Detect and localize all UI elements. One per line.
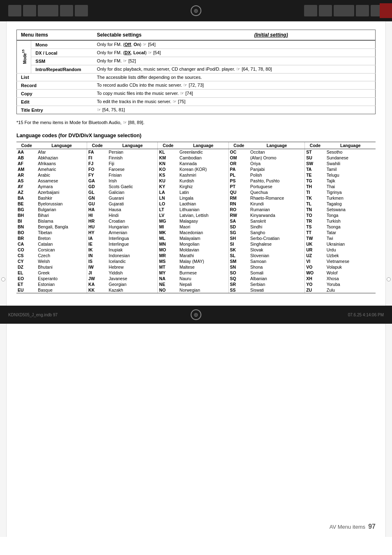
lang-name-cell: Frisian bbox=[108, 172, 158, 178]
header-block-5 bbox=[75, 5, 88, 16]
table-row-ssm: SSM Only for FM. ☞ [52] bbox=[17, 57, 376, 65]
lang-name-cell: Occitan bbox=[249, 149, 305, 155]
language-codes-table: Code Language Code Language Code Languag… bbox=[16, 142, 376, 293]
lang-name-cell: Telugu bbox=[325, 172, 376, 178]
lang-code-cell: RO bbox=[228, 207, 249, 212]
table-row-copy: Copy To copy music files into the music … bbox=[17, 90, 376, 98]
lang-code-cell: PT bbox=[228, 184, 249, 189]
lang-table-header-row: Code Language Code Language Code Languag… bbox=[16, 142, 376, 149]
settings-title-entry: ☞ [54, 75, 81] bbox=[93, 106, 376, 114]
lang-name-cell: Rumanian bbox=[249, 207, 305, 212]
lang-code-cell: TL bbox=[305, 201, 325, 207]
lang-code-cell: EU bbox=[16, 287, 37, 293]
settings-intro-repeat: Only for disc playback, music server, CD… bbox=[93, 65, 376, 74]
lang-name-cell: Kazakh bbox=[108, 287, 158, 293]
lang-table-row: CSCzechINIndonesianMRMarathiSLSlovenianU… bbox=[16, 253, 376, 258]
lang-name-cell: Ukrainian bbox=[325, 241, 376, 247]
table-row-list: List The accessible lists differ dependi… bbox=[17, 74, 376, 81]
lang-code-cell: MS bbox=[158, 258, 178, 264]
lang-code-cell: BA bbox=[16, 195, 37, 201]
lang-table-row: BOTibetanHYArmenianMKMacedonianSGSanghoT… bbox=[16, 230, 376, 235]
lang-table-row: ABAbkhazianFIFinnishKMCambodianOM(Afan) … bbox=[16, 155, 376, 161]
lang-name-cell: Kashmiri bbox=[178, 172, 228, 178]
lang-code-cell: OM bbox=[228, 155, 249, 161]
menu-item-copy: Copy bbox=[17, 90, 93, 98]
lang-name-cell: Hindi bbox=[108, 212, 158, 218]
lang-code-cell: LN bbox=[158, 195, 178, 201]
lang-name-cell: Malayalam bbox=[178, 235, 228, 241]
lang-code-cell: ZU bbox=[305, 287, 325, 293]
lang-name-cell: Greenlandic bbox=[178, 149, 228, 155]
header-right-accent bbox=[380, 3, 392, 18]
lang-name-cell: Bihari bbox=[37, 212, 87, 218]
lang-name-cell: Catalan bbox=[37, 241, 87, 247]
lang-name-cell: Tibetan bbox=[37, 230, 87, 235]
lang-name-cell: Gujarati bbox=[108, 201, 158, 207]
lang-name-cell: Ameharic bbox=[37, 166, 87, 172]
col-menu-header: Menu items bbox=[17, 30, 93, 41]
lang-name-cell: Croatian bbox=[108, 218, 158, 224]
lang-code-cell: KA bbox=[87, 281, 108, 287]
lang-code-cell: GL bbox=[87, 189, 108, 195]
lang-code-cell: CO bbox=[16, 247, 37, 253]
lang-code-cell: UZ bbox=[305, 253, 325, 258]
lang-name-cell: Oriya bbox=[249, 161, 305, 166]
lang-code-cell: SI bbox=[228, 241, 249, 247]
lang-code-cell: RM bbox=[228, 195, 249, 201]
lang-code-cell: TO bbox=[305, 212, 325, 218]
lang-name-cell: Bengali, Bangla bbox=[37, 224, 87, 230]
lang-name-cell: Breton bbox=[37, 235, 87, 241]
lang-code-cell: KK bbox=[87, 287, 108, 293]
settings-record: To record audio CDs into the music serve… bbox=[93, 81, 376, 90]
lang-code-cell: SW bbox=[305, 161, 325, 166]
settings-table: Menu items Selectable settings (Initial … bbox=[16, 30, 376, 114]
table-row-record: Record To record audio CDs into the musi… bbox=[17, 81, 376, 90]
lang-name-cell: Sesotho bbox=[325, 149, 376, 155]
lang-code-cell: TW bbox=[305, 235, 325, 241]
lang-code-cell: FI bbox=[87, 155, 108, 161]
lang-code-cell: BH bbox=[16, 212, 37, 218]
lang-name-cell: Tatar bbox=[325, 230, 376, 235]
lang-code-cell: AR bbox=[16, 172, 37, 178]
lang-code-cell: AF bbox=[16, 161, 37, 166]
compass-icon: ⊕ bbox=[191, 5, 201, 16]
lang-name-cell: Serbo-Croatian bbox=[249, 235, 305, 241]
lang-code-cell: IA bbox=[87, 235, 108, 241]
mode-superscript: 15 bbox=[21, 50, 25, 53]
lang-code-cell: TK bbox=[305, 195, 325, 201]
lang-name-cell: Interlingue bbox=[108, 241, 158, 247]
header-center-icon: ⊕ bbox=[191, 5, 201, 16]
lang-name-cell: Nepali bbox=[178, 281, 228, 287]
lc-col-code-4: Code bbox=[228, 142, 249, 149]
lang-code-cell: UK bbox=[305, 241, 325, 247]
lang-code-cell: KL bbox=[158, 149, 178, 155]
menu-item-edit: Edit bbox=[17, 98, 93, 106]
lang-code-cell: AS bbox=[16, 178, 37, 184]
lang-code-cell: YO bbox=[305, 281, 325, 287]
lang-code-cell: MI bbox=[158, 224, 178, 230]
lc-col-code-5: Code bbox=[305, 142, 325, 149]
lang-code-cell: JW bbox=[87, 276, 108, 281]
lang-table-row: AZAzerbaijaniGLGalicianLALatinQUQuechuaT… bbox=[16, 189, 376, 195]
lang-name-cell: Guarani bbox=[108, 195, 158, 201]
lang-name-cell: Irish bbox=[108, 178, 158, 184]
lang-name-cell: Sanskrit bbox=[249, 218, 305, 224]
lang-name-cell: Uzbek bbox=[325, 253, 376, 258]
lang-code-cell: AB bbox=[16, 155, 37, 161]
lang-name-cell: Shona bbox=[249, 264, 305, 270]
lang-name-cell: Tonga bbox=[325, 212, 376, 218]
lang-name-cell: Fiji bbox=[108, 161, 158, 166]
lang-name-cell: Icelandic bbox=[108, 258, 158, 264]
lang-table-row: ELGreekJIYiddishMYBurmeseSOSomaliWOWolof bbox=[16, 270, 376, 276]
lang-name-cell: Marathi bbox=[178, 253, 228, 258]
lang-code-cell: SO bbox=[228, 270, 249, 276]
lang-code-cell: BI bbox=[16, 218, 37, 224]
lang-name-cell: (Afan) Oromo bbox=[249, 155, 305, 161]
lang-table-row: BHBihariHIHindiLVLatvian, LettishRWKinya… bbox=[16, 212, 376, 218]
lang-code-cell: MK bbox=[158, 230, 178, 235]
lang-code-cell: EL bbox=[16, 270, 37, 276]
lang-table-row: ETEstonianKAGeorgianNENepaliSRSerbianYOY… bbox=[16, 281, 376, 287]
lang-name-cell: Bulgarian bbox=[37, 207, 87, 212]
lang-code-cell: CS bbox=[16, 253, 37, 258]
lang-code-cell: LV bbox=[158, 212, 178, 218]
